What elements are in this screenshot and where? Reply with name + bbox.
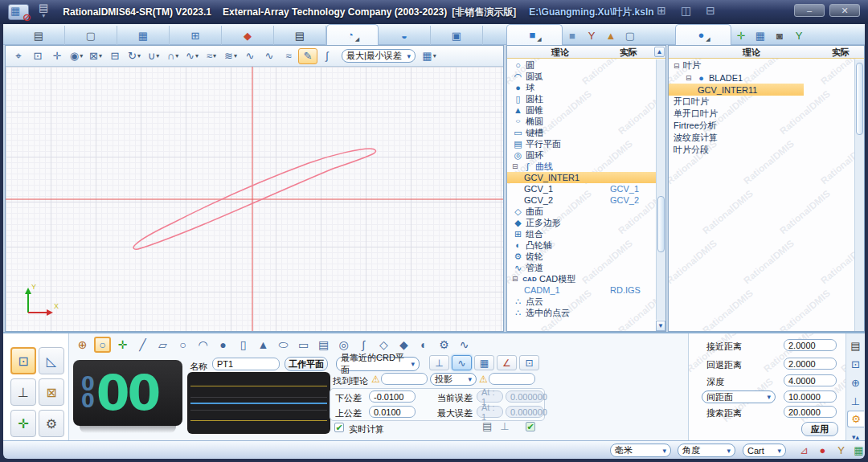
scroll-down-button[interactable]: ▼ xyxy=(656,321,665,331)
graph-view-toggle[interactable]: ∿ xyxy=(452,355,472,370)
probe-select-strip-icon[interactable]: ⊥ xyxy=(847,393,864,410)
units-dropdown[interactable]: 毫米 ▾ xyxy=(610,444,671,457)
tree-item-surface[interactable]: ◇曲面 xyxy=(507,206,656,217)
feature-tree-scrollbar[interactable] xyxy=(656,59,665,320)
probe-path-status-icon[interactable]: ⊿ xyxy=(797,444,811,457)
tree-item-cylinder[interactable]: ▯圆柱 xyxy=(507,93,656,104)
tree-item-camshaft[interactable]: ◐凸轮轴 xyxy=(507,239,656,251)
fixture-box-tool[interactable]: ⊠ xyxy=(39,378,64,406)
chevron-down-icon[interactable]: ▾ xyxy=(234,52,237,59)
report-icon[interactable]: ▤ xyxy=(482,420,492,432)
tree-item-circle[interactable]: ○圆 xyxy=(507,59,656,71)
viewport-canvas[interactable]: Y X xyxy=(6,67,503,331)
blade-tree-scrollbar[interactable] xyxy=(854,59,864,331)
probe-view-toggle[interactable]: ⊥ xyxy=(429,355,449,370)
tree-item-parallel-planes[interactable]: ▤平行平面 xyxy=(507,138,656,149)
section-button[interactable]: ⊟ xyxy=(105,48,125,64)
tree-item-curve[interactable]: ⊟∫曲线 xyxy=(507,161,656,172)
scan-open-button[interactable]: ∪▾ xyxy=(144,48,163,64)
window-tab[interactable]: ▦ xyxy=(117,26,170,45)
minimize-button[interactable]: – xyxy=(794,4,825,17)
probe-ball-status-icon[interactable]: ● xyxy=(816,444,829,457)
output-strip-icon[interactable]: ▤ xyxy=(847,337,864,354)
tree-item-gear[interactable]: ⚙齿轮 xyxy=(507,251,656,262)
monitor-status-icon[interactable]: ◫ xyxy=(681,4,691,17)
disc-tab[interactable]: ◒ xyxy=(379,26,431,45)
lower-tolerance-input[interactable]: -0.0100 xyxy=(369,390,416,403)
scroll-up-button[interactable]: ▲ xyxy=(654,47,665,57)
point-feature-button[interactable]: ○ xyxy=(94,337,111,353)
close-button[interactable]: ✕ xyxy=(829,4,860,17)
tree-item-slot[interactable]: ▭键槽 xyxy=(507,127,656,138)
pan-button[interactable]: ✛ xyxy=(47,48,67,64)
error-mode-dropdown[interactable]: 最大|最小误差 ▾ xyxy=(342,49,416,63)
retract-input[interactable]: 2.0000 xyxy=(784,358,837,370)
chevron-down-icon[interactable]: ▾ xyxy=(156,52,159,59)
output-device-tab[interactable]: ▤ xyxy=(274,26,326,45)
tree-item-single-open-blade[interactable]: 单开口叶片 xyxy=(669,108,854,120)
expander-minus-icon[interactable]: ⊟ xyxy=(512,275,521,283)
sphere-feature-button[interactable]: ● xyxy=(213,336,233,354)
probe-green-tab[interactable]: Y xyxy=(789,26,809,45)
expander-minus-icon[interactable]: ⊟ xyxy=(512,162,521,170)
workplane-button[interactable]: 工作平面 xyxy=(285,357,328,371)
tree-item-ellipse[interactable]: ○椭圆 xyxy=(507,116,656,127)
features-tab[interactable]: ■◢ xyxy=(506,24,563,45)
cone-feature-button[interactable]: ▲ xyxy=(253,336,273,354)
tree-item-gcv-1[interactable]: GCV_1GCV_1 xyxy=(507,183,656,194)
tree-item-blade1[interactable]: ⊟●BLADE1 xyxy=(669,72,854,84)
tree-item-gcv-inter11[interactable]: GCV_INTER11 xyxy=(669,84,804,96)
scan-curve-button[interactable]: ∿▾ xyxy=(182,48,202,64)
settings-strip-icon[interactable]: ⚙ xyxy=(847,411,864,427)
angle-view-toggle[interactable]: ∠ xyxy=(497,355,517,370)
scan-closed-button[interactable]: ∩▾ xyxy=(163,48,182,64)
layers-tab[interactable]: ⊞ xyxy=(170,26,222,45)
slot-feature-button[interactable]: ▭ xyxy=(293,336,313,354)
chevron-down-icon[interactable]: ▾ xyxy=(195,52,199,59)
wave-low-button[interactable]: ∿ xyxy=(240,48,260,64)
crd-plane-dropdown[interactable]: 最靠近的CRD平面 ▾ xyxy=(336,357,420,371)
curve-probe-button[interactable]: ∫ xyxy=(317,48,337,64)
axes-tab[interactable]: ✛ xyxy=(731,26,751,45)
angle-dropdown[interactable]: 角度 ▾ xyxy=(678,444,735,457)
scan-edge-button[interactable]: ≋▾ xyxy=(221,48,240,64)
probe-tool[interactable]: ⊥ xyxy=(10,378,36,406)
machine-probe-status-icon[interactable]: ⊟ xyxy=(706,4,715,17)
menu-icon[interactable]: ▤▾ xyxy=(39,4,48,20)
upper-tolerance-input[interactable]: 0.0100 xyxy=(369,406,416,418)
polygon-feature-button[interactable]: ◆ xyxy=(394,336,414,354)
chevron-down-icon[interactable]: ▾ xyxy=(213,52,216,59)
tree-item-open-blade[interactable]: 开口叶片 xyxy=(669,96,854,108)
probe-small-icon[interactable]: ⊥ xyxy=(500,420,509,432)
scrollbar-thumb[interactable] xyxy=(856,63,863,135)
circle-feature-button[interactable]: ○ xyxy=(173,336,193,354)
tree-item-polygon[interactable]: ◆正多边形 xyxy=(507,217,656,228)
line-feature-button[interactable]: ╱ xyxy=(133,336,153,354)
tree-item-blade-root[interactable]: ⊟叶片 xyxy=(669,59,854,72)
dual-probe-status-icon[interactable]: ⊞ xyxy=(657,4,666,17)
wave-flat-button[interactable]: ≈ xyxy=(279,48,298,64)
projection-dropdown[interactable]: 投影 ▾ xyxy=(430,373,477,386)
table-view-toggle[interactable]: ▦ xyxy=(474,355,494,370)
chevron-down-icon[interactable]: ▾ xyxy=(99,52,102,59)
tree-item-torus[interactable]: ◎圆环 xyxy=(507,149,656,161)
program-tab[interactable]: ▢ xyxy=(65,26,117,45)
chevron-down-icon[interactable]: ▾ xyxy=(137,52,141,59)
spacing-mode-dropdown[interactable]: 间距面 ▾ xyxy=(702,390,776,403)
plane-feature-button[interactable]: ▱ xyxy=(153,336,173,354)
tree-item-pointcloud[interactable]: ∴点云 xyxy=(507,296,656,307)
window-small-tab[interactable]: ▦ xyxy=(751,26,770,45)
capture-tab[interactable]: ▣ xyxy=(431,26,483,45)
tree-item-selected-pointcloud[interactable]: ∴选中的点云 xyxy=(507,307,656,318)
name-input[interactable]: PT1 xyxy=(212,358,280,370)
tree-item-gcv-2[interactable]: GCV_2GCV_2 xyxy=(507,194,656,206)
caliper-tool[interactable]: ◺ xyxy=(39,347,64,374)
zoom-window-button[interactable]: ⊡ xyxy=(28,48,47,64)
search-strip-icon[interactable]: ⊕ xyxy=(847,374,864,391)
expander-minus-icon[interactable]: ⊟ xyxy=(674,62,682,70)
chevron-down-icon[interactable]: ▾ xyxy=(80,52,83,59)
realtime-checkbox[interactable]: ✔ xyxy=(334,423,344,432)
projection-input[interactable] xyxy=(489,373,535,385)
ellipse-feature-button[interactable]: ⬭ xyxy=(273,336,293,354)
cylinder-feature-button[interactable]: ▯ xyxy=(233,336,253,354)
